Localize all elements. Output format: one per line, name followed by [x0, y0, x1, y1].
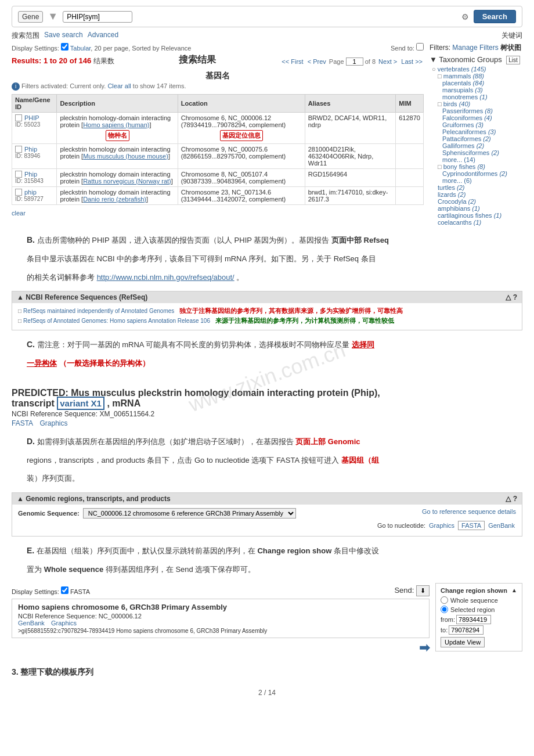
gene-link-phip2[interactable]: Phip [24, 146, 37, 153]
gene-link-phip4[interactable]: phip [24, 189, 37, 196]
clear-all-link[interactable]: Clear all [107, 82, 131, 89]
fasta-btn[interactable]: FASTA [458, 521, 485, 530]
genomic-box: ▲ Genomic regions, transcripts, and prod… [12, 492, 522, 537]
graphics-btn[interactable]: Graphics [429, 522, 454, 529]
tabular-link[interactable]: Tabular [70, 45, 91, 52]
page-input[interactable] [346, 57, 363, 66]
genomic-seq-label: Genomic Sequence: [18, 510, 80, 517]
to-row: to: [441, 625, 517, 635]
tabular-checkbox[interactable] [61, 43, 68, 51]
section-d-text1: 如需得到该基因所在基因组的序列信息（如扩增启动子区域时），在基因报告 [37, 437, 294, 446]
genomic-seq-dropdown[interactable]: NC_000006.12 chromosome 6 reference GRCh… [83, 508, 296, 519]
coelacanths-link[interactable]: coelacanths (1) [438, 219, 481, 226]
cartilaginous-fishes-link[interactable]: cartilaginous fishes (1) [438, 212, 501, 219]
genbank-link2[interactable]: GenBank [18, 620, 45, 627]
row3-checkbox[interactable] [15, 171, 22, 178]
fasta-link[interactable]: FASTA [12, 419, 33, 427]
more2-link[interactable]: more... (6) [442, 177, 472, 184]
section-c-label: C. [27, 340, 35, 349]
falconiformes-link[interactable]: Falconiformes (4) [442, 114, 492, 121]
section-e-text2: 条目中修改设 [334, 546, 379, 555]
ref-seq-details-link[interactable]: Go to reference sequence details [422, 508, 516, 515]
first-btn[interactable]: << First [282, 58, 303, 65]
row2-checkbox[interactable] [15, 146, 22, 153]
gene-link-phip3[interactable]: Phip [24, 171, 37, 178]
birds-link[interactable]: birds (40) [443, 100, 470, 107]
amphibians-link[interactable]: amphibians (1) [438, 205, 480, 212]
monotremes-link[interactable]: monotremes (1) [442, 93, 488, 100]
pattaciformes-link[interactable]: Pattaciformes (2) [442, 135, 491, 142]
desc-2: pleckstrin homology domain interacting p… [57, 144, 178, 169]
gene-preview-title: PREDICTED: Mus musculus pleckstrin homol… [12, 388, 522, 409]
manage-filters-link[interactable]: Manage Filters [452, 44, 498, 52]
lizards-link[interactable]: lizards (2) [438, 191, 466, 198]
col-desc: Description [57, 95, 178, 113]
gear-icon[interactable]: ⚙ [461, 12, 469, 21]
to-input[interactable] [449, 625, 484, 635]
genbank-link[interactable]: GenBank [488, 522, 515, 529]
to-label: to: [441, 627, 448, 633]
main-layout: Display Settings: Tabular, 20 per page, … [12, 43, 522, 226]
search-bar: Gene ▼ ⚙ Search [12, 6, 522, 27]
galliformes-link[interactable]: Galliformes (2) [442, 142, 484, 149]
more-birds-link[interactable]: more... (14) [442, 156, 475, 163]
refseq-box: ▲ NCBI Reference Sequences (RefSeq) △ ? … [12, 291, 522, 330]
row1-checkbox[interactable] [15, 114, 22, 121]
whole-seq-radio[interactable] [441, 596, 448, 604]
graphics-link[interactable]: Graphics [39, 419, 67, 427]
page-num: 2 / 14 [258, 689, 276, 697]
save-search-link[interactable]: Save search [44, 31, 83, 41]
send-button[interactable]: ⬇ [416, 585, 430, 596]
placentals-link[interactable]: placentals (84) [442, 80, 484, 87]
sphenisciformes-link[interactable]: Sphenisciformes (2) [442, 149, 499, 156]
mammals-link[interactable]: mammals (88) [443, 73, 484, 80]
section-c-highlight2: （一般选择最长的异构体） [59, 359, 150, 368]
genomic-header[interactable]: ▲ Genomic regions, transcripts, and prod… [12, 493, 522, 505]
clear-link[interactable]: clear [12, 210, 26, 217]
search-input[interactable] [63, 11, 132, 23]
row4-checkbox[interactable] [15, 189, 22, 196]
fasta-checkbox[interactable] [61, 586, 68, 594]
filters-header: Filters: Manage Filters 树状图 [430, 43, 522, 53]
fasta-area: Display Settings: FASTA Send: ⬇ Homo sap… [12, 583, 430, 656]
vertebrates-link[interactable]: vertebrates (145) [438, 66, 486, 73]
next-btn[interactable]: Next > [378, 58, 397, 65]
bony-fishes-link[interactable]: bony fishes (8) [443, 163, 485, 170]
keywords-label: 关键词 [501, 31, 522, 41]
gene-link-phip1[interactable]: PHIP [24, 114, 39, 121]
section-e-text1: 在基因组（组装）序列页面中，默认仅显示跳转前基因的序列，在 [37, 546, 258, 555]
refseq-header[interactable]: ▲ NCBI Reference Sequences (RefSeq) △ ? [12, 291, 522, 303]
mim-2 [396, 144, 424, 169]
passeriformes-link[interactable]: Passeriformes (8) [442, 107, 493, 114]
advanced-link[interactable]: Advanced [88, 31, 118, 41]
list-button[interactable]: List [506, 56, 520, 64]
location-2: Chromosome 9, NC_000075.6 (82866159...82… [178, 144, 305, 169]
tax-vertebrates: ○ vertebrates (145) □ mammals (88) place… [432, 66, 522, 226]
prev-btn[interactable]: < Prev [308, 58, 326, 65]
refseq-link2[interactable]: RefSeqs of Annotated Genomes: Homo sapie… [23, 318, 210, 324]
search-button[interactable]: Search [474, 10, 516, 23]
col-aliases: Aliases [305, 95, 396, 113]
send-to-checkbox[interactable] [416, 43, 424, 51]
cyprinodontiformes-link[interactable]: Cyprinodontiformes (2) [442, 170, 507, 177]
pelecaniformes-link[interactable]: Pelecaniformes (3) [442, 128, 496, 135]
last-btn[interactable]: Last >> [401, 58, 423, 65]
gene-preview-subtitle: NCBI Reference Sequence: XM_006511564.2 [12, 410, 522, 418]
send-btn-area: Send: ⬇ [394, 585, 430, 596]
gruiformes-link[interactable]: Gruiformes (3) [442, 121, 484, 128]
crocodyla-link[interactable]: Crocodyla (2) [438, 198, 476, 205]
marsupials-link[interactable]: marsupials (3) [442, 87, 483, 93]
gene-dropdown[interactable]: Gene [18, 11, 43, 23]
graphics-link2[interactable]: Graphics [51, 620, 77, 627]
turtles-link[interactable]: turtles (2) [438, 184, 464, 191]
location-label: 基因定位信息 [220, 130, 263, 141]
update-view-button[interactable]: Update View [441, 637, 485, 647]
gene-table: Name/Gene ID Description Location Aliase… [12, 94, 424, 205]
refseq-link[interactable]: http://www.ncbi.nlm.nih.gov/refseq/about… [97, 273, 234, 282]
search-divider: ▼ [48, 10, 58, 23]
from-input[interactable] [456, 615, 491, 624]
selected-region-radio[interactable] [441, 606, 448, 613]
gene-id-2: ID: 83946 [15, 153, 53, 159]
tax-other-group: turtles (2) lizards (2) Crocodyla (2) am… [438, 184, 522, 226]
refseq-link1[interactable]: RefSeqs maintained independently of Anno… [23, 308, 174, 314]
